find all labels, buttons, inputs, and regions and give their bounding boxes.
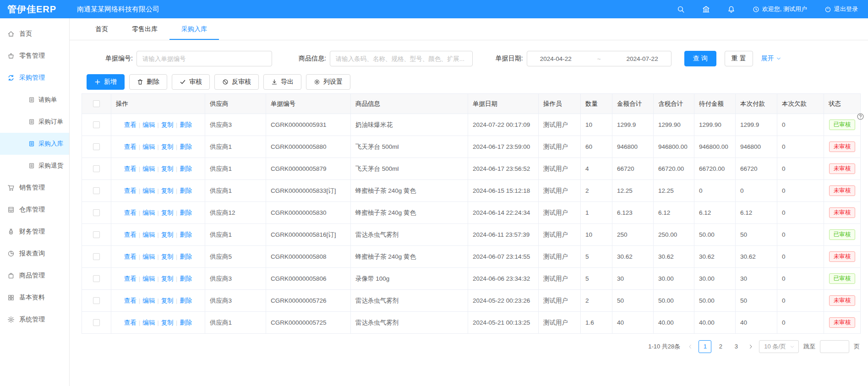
copy-link[interactable]: 复制 [161, 319, 174, 326]
status-badge: 已审核 [829, 120, 856, 130]
edit-link[interactable]: 编辑 [142, 253, 155, 260]
sidebar-item[interactable]: 零售管理 [0, 45, 69, 67]
copy-link[interactable]: 复制 [161, 297, 174, 304]
row-checkbox[interactable] [93, 165, 100, 172]
product-input[interactable] [330, 51, 473, 66]
sidebar-item[interactable]: 基本资料 [0, 287, 69, 309]
copy-link[interactable]: 复制 [161, 231, 174, 238]
date-from[interactable]: 2024-04-22 [540, 55, 572, 62]
prev-page-icon[interactable] [687, 344, 694, 349]
select-all-checkbox[interactable] [93, 100, 100, 107]
tab[interactable]: 零售出库 [120, 18, 169, 40]
toolbar-button[interactable]: 反审核 [214, 74, 259, 90]
toolbar-button[interactable]: 导出 [263, 74, 301, 90]
sidebar-item[interactable]: 采购订单 [0, 111, 69, 133]
edit-link[interactable]: 编辑 [142, 121, 155, 128]
sidebar-item[interactable]: 销售管理 [0, 177, 69, 199]
sidebar-item-label: 仓库管理 [19, 206, 45, 214]
page-number[interactable]: 3 [730, 340, 742, 353]
delete-link[interactable]: 删除 [180, 319, 192, 326]
page-number[interactable]: 1 [699, 340, 711, 353]
help-icon[interactable] [857, 113, 864, 120]
bank-icon[interactable] [702, 5, 710, 13]
edit-link[interactable]: 编辑 [142, 319, 155, 326]
copy-link[interactable]: 复制 [161, 121, 174, 128]
sidebar-item[interactable]: 请购单 [0, 89, 69, 111]
delete-link[interactable]: 删除 [180, 253, 192, 260]
date-range-picker[interactable]: 2024-04-22 ~ 2024-07-22 [527, 51, 671, 66]
warehouse-icon [7, 206, 15, 213]
table-body: 查看|编辑|复制|删除 供应商3 CGRK00000005931 奶油味爆米花 … [82, 114, 861, 334]
edit-link[interactable]: 编辑 [142, 297, 155, 304]
delete-link[interactable]: 删除 [180, 297, 192, 304]
page-number[interactable]: 2 [714, 340, 727, 353]
edit-link[interactable]: 编辑 [142, 231, 155, 238]
delete-link[interactable]: 删除 [180, 121, 192, 128]
view-link[interactable]: 查看 [124, 143, 136, 150]
edit-link[interactable]: 编辑 [142, 209, 155, 216]
view-link[interactable]: 查看 [124, 297, 136, 304]
delete-link[interactable]: 删除 [180, 231, 192, 238]
copy-link[interactable]: 复制 [161, 275, 174, 282]
sidebar-item[interactable]: 仓库管理 [0, 199, 69, 221]
page-size-select[interactable]: 10 条/页 [759, 340, 799, 353]
row-checkbox[interactable] [93, 143, 100, 150]
sidebar-item[interactable]: 采购退货 [0, 155, 69, 177]
edit-link[interactable]: 编辑 [142, 143, 155, 150]
delete-link[interactable]: 删除 [180, 275, 192, 282]
edit-link[interactable]: 编辑 [142, 275, 155, 282]
row-checkbox[interactable] [93, 275, 100, 282]
row-checkbox[interactable] [93, 319, 100, 326]
copy-link[interactable]: 复制 [161, 209, 174, 216]
row-checkbox[interactable] [93, 209, 100, 216]
view-link[interactable]: 查看 [124, 275, 136, 282]
sidebar-item[interactable]: 报表查询 [0, 243, 69, 265]
sidebar-item[interactable]: 首页 [0, 23, 69, 45]
toolbar-button[interactable]: 审核 [172, 74, 210, 90]
copy-link[interactable]: 复制 [161, 143, 174, 150]
expand-link[interactable]: 展开 [761, 54, 781, 63]
doc-no-input[interactable] [136, 51, 272, 66]
row-checkbox[interactable] [93, 121, 100, 128]
row-checkbox[interactable] [93, 231, 100, 238]
toolbar-button[interactable]: 列设置 [306, 74, 350, 90]
delete-link[interactable]: 删除 [180, 187, 192, 194]
toolbar-button[interactable]: 新增 [87, 74, 125, 90]
copy-link[interactable]: 复制 [161, 187, 174, 194]
sidebar-item[interactable]: 系统管理 [0, 309, 69, 331]
edit-link[interactable]: 编辑 [142, 187, 155, 194]
sidebar-item-label: 销售管理 [19, 184, 45, 192]
delete-link[interactable]: 删除 [180, 209, 192, 216]
view-link[interactable]: 查看 [124, 209, 136, 216]
bell-icon[interactable] [727, 5, 735, 13]
edit-link[interactable]: 编辑 [142, 165, 155, 172]
view-link[interactable]: 查看 [124, 187, 136, 194]
tab[interactable]: 首页 [83, 18, 120, 40]
delete-link[interactable]: 删除 [180, 143, 192, 150]
copy-link[interactable]: 复制 [161, 253, 174, 260]
view-link[interactable]: 查看 [124, 121, 136, 128]
delete-link[interactable]: 删除 [180, 165, 192, 172]
jump-page-input[interactable] [820, 340, 849, 353]
date-to[interactable]: 2024-07-22 [627, 55, 658, 62]
sidebar-item[interactable]: 财务管理 [0, 221, 69, 243]
copy-link[interactable]: 复制 [161, 165, 174, 172]
sidebar-item[interactable]: 商品管理 [0, 265, 69, 287]
sidebar-item[interactable]: 采购管理 [0, 67, 69, 89]
search-icon[interactable] [677, 5, 685, 13]
row-checkbox[interactable] [93, 187, 100, 194]
reset-button[interactable]: 重置 [725, 51, 753, 66]
tab[interactable]: 采购入库 [169, 18, 219, 40]
search-button[interactable]: 查询 [684, 51, 716, 66]
view-link[interactable]: 查看 [124, 253, 136, 260]
row-checkbox[interactable] [93, 253, 100, 260]
view-link[interactable]: 查看 [124, 165, 136, 172]
user-menu[interactable]: 欢迎您, 测试用户 [753, 5, 807, 13]
toolbar-button[interactable]: 删除 [129, 74, 167, 90]
view-link[interactable]: 查看 [124, 231, 136, 238]
logout-button[interactable]: 退出登录 [824, 5, 858, 13]
row-checkbox[interactable] [93, 297, 100, 304]
view-link[interactable]: 查看 [124, 319, 136, 326]
sidebar-item[interactable]: 采购入库 [0, 133, 69, 155]
next-page-icon[interactable] [747, 344, 754, 349]
